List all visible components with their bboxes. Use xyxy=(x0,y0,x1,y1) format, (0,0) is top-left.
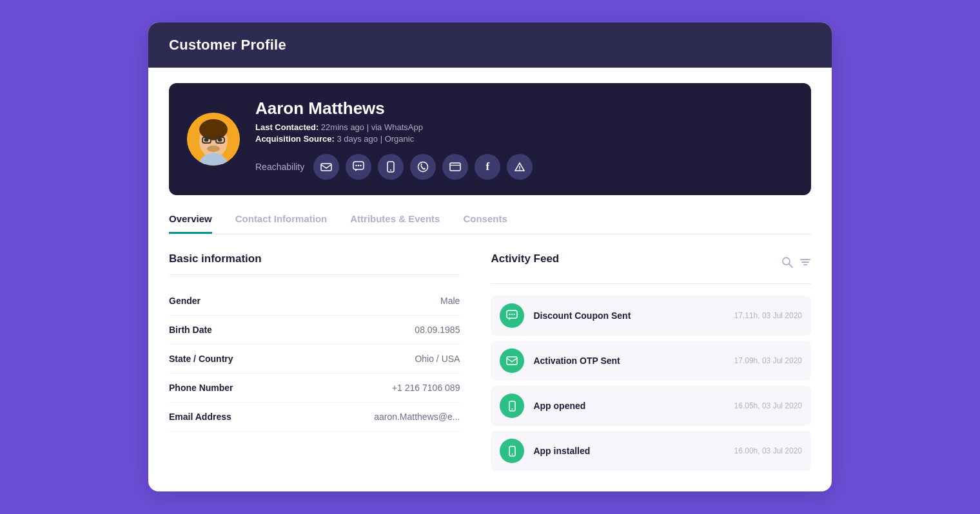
svg-point-29 xyxy=(511,314,513,315)
tab-attributes-events[interactable]: Attributes & Events xyxy=(350,213,440,234)
ads-reach-icon[interactable] xyxy=(507,154,533,180)
state-country-label: State / Country xyxy=(169,354,233,364)
list-item: Activation OTP Sent 17.09h, 03 Jul 2020 xyxy=(491,341,811,381)
activity-name: App installed xyxy=(533,446,725,456)
svg-rect-17 xyxy=(450,163,460,171)
basic-info-section: Basic information Gender Male Birth Date… xyxy=(169,252,460,471)
table-row: Phone Number +1 216 7106 089 xyxy=(169,374,460,403)
activity-email-icon xyxy=(500,348,524,373)
activity-feed-section: Activity Feed xyxy=(491,252,811,471)
table-row: Birth Date 08.09.1985 xyxy=(169,316,460,345)
reachability-label: Reachability xyxy=(255,162,304,172)
activity-toolbar xyxy=(781,256,811,271)
svg-point-35 xyxy=(511,453,513,455)
list-item: App opened 16.05h, 03 Jul 2020 xyxy=(491,386,811,426)
svg-point-8 xyxy=(207,146,220,152)
svg-point-28 xyxy=(509,314,511,315)
activity-time: 17.09h, 03 Jul 2020 xyxy=(734,356,802,365)
table-row: Gender Male xyxy=(169,287,460,316)
svg-point-15 xyxy=(390,169,391,171)
svg-point-7 xyxy=(218,138,222,142)
gender-value: Male xyxy=(440,296,460,306)
state-country-value: Ohio / USA xyxy=(415,354,460,364)
activity-mobile2-icon xyxy=(500,439,524,463)
phone-value: +1 216 7106 089 xyxy=(392,383,460,393)
tab-contact-information[interactable]: Contact Information xyxy=(235,213,328,234)
svg-point-13 xyxy=(360,165,362,166)
svg-rect-9 xyxy=(321,164,331,171)
gender-label: Gender xyxy=(169,296,201,306)
activity-feed-title: Activity Feed xyxy=(491,252,559,265)
svg-point-33 xyxy=(511,408,513,410)
email-value: aaron.Matthews@e... xyxy=(374,412,460,422)
activity-time: 17.11h, 03 Jul 2020 xyxy=(734,311,802,320)
profile-info: Aaron Matthews Last Contacted: 22mins ag… xyxy=(255,99,793,180)
activity-name: Discount Coupon Sent xyxy=(533,310,725,321)
basic-info-divider xyxy=(169,274,460,275)
phone-label: Phone Number xyxy=(169,383,233,393)
table-row: Email Address aaron.Matthews@e... xyxy=(169,403,460,432)
activity-name: Activation OTP Sent xyxy=(533,356,725,366)
svg-point-11 xyxy=(356,165,357,166)
tab-consents[interactable]: Consents xyxy=(463,213,507,234)
email-reach-icon[interactable] xyxy=(313,154,339,180)
list-item: App installed 16.00h, 03 Jul 2020 xyxy=(491,431,811,471)
search-icon[interactable] xyxy=(781,256,793,271)
table-row: State / Country Ohio / USA xyxy=(169,345,460,374)
activity-divider xyxy=(491,283,811,284)
list-item: Discount Coupon Sent 17.11h, 03 Jul 2020 xyxy=(491,296,811,336)
activity-time: 16.05h, 03 Jul 2020 xyxy=(734,401,802,410)
activity-header: Activity Feed xyxy=(491,252,811,274)
svg-point-16 xyxy=(418,162,428,172)
birth-date-label: Birth Date xyxy=(169,325,212,335)
last-contacted: Last Contacted: 22mins ago | via WhatsAp… xyxy=(255,122,793,132)
svg-line-23 xyxy=(789,264,792,267)
profile-banner: Aaron Matthews Last Contacted: 22mins ag… xyxy=(169,83,811,195)
svg-point-6 xyxy=(204,138,209,142)
browser-reach-icon[interactable] xyxy=(442,154,468,180)
tab-overview[interactable]: Overview xyxy=(169,213,212,234)
basic-info-title: Basic information xyxy=(169,252,460,265)
activity-list: Discount Coupon Sent 17.11h, 03 Jul 2020… xyxy=(491,296,811,471)
customer-profile-card: Customer Profile xyxy=(148,23,832,491)
page-title: Customer Profile xyxy=(169,37,811,53)
facebook-reach-icon[interactable]: f xyxy=(475,154,500,180)
svg-point-12 xyxy=(358,165,359,166)
activity-chat-icon xyxy=(500,303,524,328)
svg-point-30 xyxy=(514,314,515,315)
card-body: Aaron Matthews Last Contacted: 22mins ag… xyxy=(148,68,832,491)
sms-reach-icon[interactable] xyxy=(346,154,371,180)
email-label: Email Address xyxy=(169,412,231,422)
activity-mobile-icon xyxy=(500,394,524,418)
svg-rect-31 xyxy=(507,357,517,365)
acquisition-source: Acquisition Source: 3 days ago | Organic xyxy=(255,134,793,144)
profile-name: Aaron Matthews xyxy=(255,99,793,119)
svg-point-2 xyxy=(199,119,228,140)
mobile-reach-icon[interactable] xyxy=(378,154,404,180)
tabs: Overview Contact Information Attributes … xyxy=(169,213,811,234)
avatar xyxy=(187,113,240,166)
card-header: Customer Profile xyxy=(148,23,832,68)
svg-point-22 xyxy=(783,258,790,265)
reachability-row: Reachability xyxy=(255,154,793,180)
activity-time: 16.00h, 03 Jul 2020 xyxy=(734,446,802,455)
activity-name: App opened xyxy=(533,401,725,411)
filter-icon[interactable] xyxy=(799,256,811,271)
content-row: Basic information Gender Male Birth Date… xyxy=(169,252,811,471)
birth-date-value: 08.09.1985 xyxy=(415,325,460,335)
whatsapp-reach-icon[interactable] xyxy=(410,154,436,180)
svg-point-21 xyxy=(519,169,520,171)
